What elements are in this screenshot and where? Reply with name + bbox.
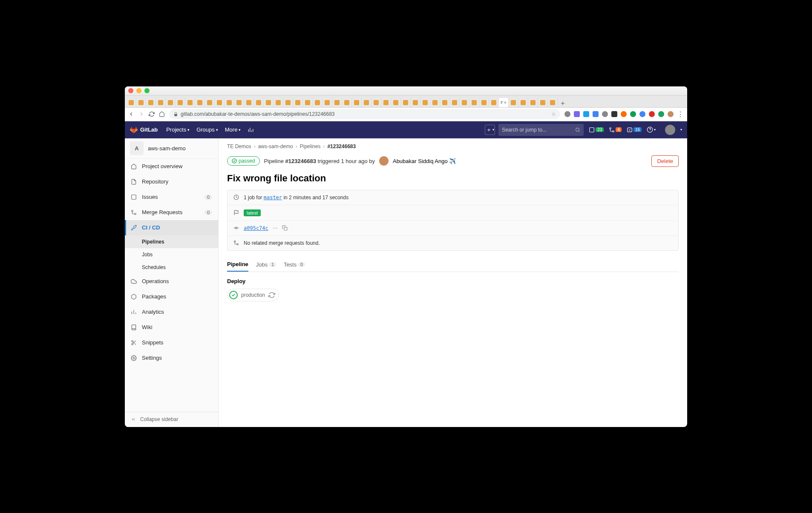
sidebar-item-snippets[interactable]: Snippets xyxy=(125,335,218,350)
browser-tab[interactable] xyxy=(469,98,479,107)
sidebar-item-wiki[interactable]: Wiki xyxy=(125,320,218,335)
browser-tab[interactable] xyxy=(352,98,362,107)
nav-groups[interactable]: Groups ▾ xyxy=(194,125,221,135)
traffic-close[interactable] xyxy=(128,88,133,93)
browser-tab[interactable] xyxy=(166,98,176,107)
browser-tab[interactable] xyxy=(479,98,489,107)
sidebar-item-overview[interactable]: Project overview xyxy=(125,159,218,174)
user-dropdown[interactable]: ▾ xyxy=(680,128,682,132)
branch-link[interactable]: master xyxy=(264,195,282,201)
browser-tab[interactable] xyxy=(234,98,244,107)
browser-tab[interactable]: F × xyxy=(499,98,509,107)
breadcrumb-link[interactable]: Pipelines xyxy=(300,143,321,149)
forward-button[interactable] xyxy=(138,111,144,117)
home-button[interactable] xyxy=(159,111,165,117)
extension-icon[interactable] xyxy=(630,111,636,117)
tab-tests[interactable]: Tests0 xyxy=(284,258,305,272)
nav-todos-badge[interactable]: 16 xyxy=(627,127,642,133)
browser-tab[interactable] xyxy=(332,98,342,107)
user-avatar[interactable] xyxy=(665,125,675,135)
star-icon[interactable]: ☆ xyxy=(551,111,556,117)
browser-tab[interactable] xyxy=(127,98,136,107)
browser-tab[interactable] xyxy=(509,98,518,107)
browser-tab[interactable] xyxy=(440,98,450,107)
extension-icon[interactable] xyxy=(658,111,664,117)
browser-tab[interactable] xyxy=(156,98,166,107)
browser-tab[interactable] xyxy=(136,98,146,107)
browser-tab[interactable] xyxy=(391,98,401,107)
browser-tab[interactable] xyxy=(254,98,264,107)
browser-tab[interactable] xyxy=(450,98,460,107)
url-bar[interactable]: gitlab.com/abubakar-te-demos/aws-sam-dem… xyxy=(169,109,560,119)
browser-tab[interactable] xyxy=(411,98,420,107)
browser-tab[interactable] xyxy=(548,98,558,107)
sidebar-sub-schedules[interactable]: Schedules xyxy=(125,261,218,274)
sidebar-item-packages[interactable]: Packages xyxy=(125,289,218,304)
browser-tab[interactable] xyxy=(528,98,538,107)
search-input[interactable] xyxy=(502,127,573,133)
browser-tab[interactable] xyxy=(460,98,469,107)
extension-icon[interactable] xyxy=(611,111,617,117)
browser-tab[interactable] xyxy=(303,98,313,107)
sidebar-sub-jobs[interactable]: Jobs xyxy=(125,248,218,261)
browser-tab[interactable] xyxy=(146,98,156,107)
traffic-zoom[interactable] xyxy=(144,88,150,93)
commit-expand[interactable]: ⋯ xyxy=(273,225,278,231)
tab-jobs[interactable]: Jobs1 xyxy=(256,258,276,272)
browser-tab[interactable] xyxy=(420,98,430,107)
extension-icon[interactable] xyxy=(564,111,570,117)
sidebar-item-analytics[interactable]: Analytics xyxy=(125,304,218,320)
extension-icon[interactable] xyxy=(639,111,645,117)
sidebar-item-cicd[interactable]: CI / CD xyxy=(125,220,218,235)
browser-tab[interactable] xyxy=(205,98,215,107)
browser-tab[interactable] xyxy=(215,98,225,107)
extension-icon[interactable] xyxy=(583,111,589,117)
tab-pipeline[interactable]: Pipeline xyxy=(227,258,248,272)
nav-help[interactable]: ▾ xyxy=(647,126,656,133)
nav-projects[interactable]: Projects ▾ xyxy=(164,125,192,135)
browser-tab[interactable] xyxy=(195,98,205,107)
browser-tab[interactable] xyxy=(322,98,332,107)
sidebar-item-settings[interactable]: Settings xyxy=(125,350,218,366)
collapse-sidebar[interactable]: Collapse sidebar xyxy=(125,412,218,427)
browser-tab[interactable] xyxy=(313,98,322,107)
back-button[interactable] xyxy=(128,111,134,117)
traffic-minimize[interactable] xyxy=(136,88,141,93)
browser-tab[interactable] xyxy=(401,98,411,107)
nav-activity-icon[interactable] xyxy=(245,125,256,135)
extension-icon[interactable] xyxy=(649,111,655,117)
global-search[interactable] xyxy=(498,124,584,136)
browser-tab[interactable] xyxy=(264,98,274,107)
copy-icon[interactable] xyxy=(282,225,288,231)
extension-icon[interactable] xyxy=(621,111,627,117)
author-avatar[interactable] xyxy=(379,156,389,166)
browser-tab[interactable] xyxy=(381,98,391,107)
author-name[interactable]: Abubakar Siddiq Ango ✈️ xyxy=(393,158,456,164)
sidebar-item-repository[interactable]: Repository xyxy=(125,174,218,189)
job-item[interactable]: production xyxy=(227,289,279,301)
breadcrumb-link[interactable]: TE Demos xyxy=(227,143,251,149)
browser-tab[interactable] xyxy=(362,98,371,107)
reload-button[interactable] xyxy=(149,111,155,117)
nav-more[interactable]: More ▾ xyxy=(222,125,244,135)
delete-button[interactable]: Delete xyxy=(651,155,679,167)
browser-tab[interactable] xyxy=(244,98,254,107)
retry-icon[interactable] xyxy=(268,292,275,298)
browser-tab[interactable] xyxy=(371,98,381,107)
extension-icon[interactable] xyxy=(574,111,580,117)
browser-tab[interactable] xyxy=(518,98,528,107)
browser-tab[interactable] xyxy=(274,98,283,107)
browser-tab[interactable] xyxy=(293,98,303,107)
sidebar-item-issues[interactable]: Issues0 xyxy=(125,189,218,205)
browser-tab[interactable] xyxy=(342,98,352,107)
browser-tab[interactable] xyxy=(225,98,234,107)
nav-issues-badge[interactable]: 23 xyxy=(589,127,604,133)
browser-tab[interactable] xyxy=(283,98,293,107)
nav-new-dropdown[interactable]: ＋ ▾ xyxy=(485,125,495,135)
browser-tab[interactable] xyxy=(185,98,195,107)
breadcrumb-link[interactable]: aws-sam-demo xyxy=(258,143,293,149)
profile-avatar[interactable] xyxy=(668,111,674,117)
extension-icon[interactable] xyxy=(593,111,599,117)
sidebar-project-header[interactable]: A aws-sam-demo xyxy=(125,138,218,159)
gitlab-logo[interactable]: GitLab xyxy=(130,126,158,134)
